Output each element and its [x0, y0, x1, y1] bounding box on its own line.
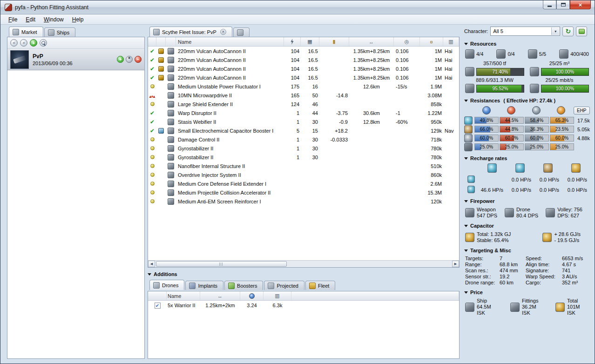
module-row[interactable]: Medium Projectile Collision Accelerator …	[148, 188, 459, 197]
drone-dps-column-header[interactable]	[264, 291, 291, 300]
delete-fitting-button[interactable]	[135, 56, 142, 63]
scroll-left-button[interactable]	[148, 261, 155, 267]
module-row[interactable]: Nanofiber Internal Structure II510k	[148, 162, 459, 170]
ammo-column-header[interactable]	[443, 37, 459, 46]
module-row[interactable]: Damage Control II130-0.0333718k	[148, 135, 459, 144]
module-state-online-icon[interactable]	[150, 164, 155, 168]
scrollbar-track[interactable]	[155, 261, 452, 267]
module-state-online-icon[interactable]	[150, 182, 155, 186]
tab-projected[interactable]: Projected	[264, 281, 304, 290]
module-state-online-icon[interactable]	[150, 137, 155, 142]
module-state-online-icon[interactable]	[150, 146, 155, 150]
drone-row[interactable]: 5x Warrior II 1.25km+2km 3.24 6.3k	[148, 301, 459, 310]
close-tab-button[interactable]	[220, 29, 226, 35]
tab-open-fit[interactable]: Scythe Fleet Issue: PvP	[149, 27, 232, 37]
module-state-active-icon[interactable]	[150, 66, 155, 72]
capacitor-column-header[interactable]	[319, 37, 349, 46]
module-state-online-icon[interactable]	[150, 199, 155, 203]
module-row[interactable]: Overdrive Injector System II860k	[148, 170, 459, 179]
drone-active-column-header[interactable]	[148, 291, 167, 300]
menu-edit[interactable]: Edit	[21, 15, 40, 24]
cpu-column-header[interactable]	[301, 37, 319, 46]
charge-icon-column-header[interactable]	[156, 37, 166, 46]
export-fit-button[interactable]	[576, 27, 587, 36]
module-state-online-icon[interactable]	[150, 173, 155, 177]
powergrid-column-header[interactable]	[284, 37, 301, 46]
nav-forward-button[interactable]	[20, 39, 27, 47]
module-state-online-icon[interactable]	[150, 102, 155, 106]
scroll-right-button[interactable]	[452, 261, 459, 267]
module-state-active-icon[interactable]	[150, 74, 155, 81]
minimize-button[interactable]	[543, 0, 556, 9]
module-row[interactable]: Large Shield Extender II12446858k	[148, 100, 459, 108]
name-column-header[interactable]: Name	[176, 37, 284, 46]
menu-file[interactable]: File	[4, 15, 21, 24]
tab-drones[interactable]: Drones	[149, 280, 184, 290]
misc-column-header[interactable]	[394, 37, 420, 46]
firepower-section-header[interactable]: Firepower	[464, 197, 590, 205]
close-button[interactable]	[570, 0, 591, 9]
module-state-online-icon[interactable]	[150, 155, 155, 159]
module-state-active-icon[interactable]	[150, 110, 155, 116]
module-row[interactable]: 220mm Vulcan AutoCannon II10416.51.35km+…	[148, 47, 459, 55]
chevron-down-icon[interactable]	[551, 27, 559, 35]
module-row[interactable]: 220mm Vulcan AutoCannon II10416.51.35km+…	[148, 73, 459, 82]
drone-range-column-header[interactable]	[200, 291, 240, 300]
search-button[interactable]	[40, 39, 47, 47]
tab-fleet[interactable]: Fleet	[305, 281, 335, 290]
module-state-online-icon[interactable]	[150, 190, 155, 195]
ehp-toggle-button[interactable]: EHP	[574, 107, 590, 115]
module-state-active-icon[interactable]	[150, 48, 155, 54]
refresh-character-button[interactable]	[562, 27, 574, 36]
module-row[interactable]: Gyrostabilizer II130780k	[148, 144, 459, 153]
drone-active-checkbox[interactable]	[155, 303, 161, 309]
fitting-item[interactable]: PvP 2013/06/09 00:36	[7, 49, 144, 70]
module-row[interactable]: Stasis Webifier II130-0.912.8km-60%950k	[148, 117, 459, 126]
additions-header[interactable]: Additions	[148, 270, 460, 278]
module-icon-column-header[interactable]	[166, 37, 176, 46]
drone-tracking-column-header[interactable]	[240, 291, 264, 300]
tab-ships[interactable]: Ships	[44, 27, 76, 37]
maximize-button[interactable]	[556, 0, 570, 9]
tab-market[interactable]: Market	[9, 27, 43, 37]
module-row[interactable]: Medium Anti-EM Screen Reinforcer I120k	[148, 197, 459, 206]
recharge-section-header[interactable]: Recharge rates	[464, 155, 590, 162]
module-row[interactable]: 220mm Vulcan AutoCannon II10416.51.35km+…	[148, 55, 459, 64]
copy-fitting-button[interactable]	[117, 56, 124, 63]
module-row[interactable]: Small Electrochemical Capacitor Booster …	[148, 126, 459, 135]
module-row[interactable]: Warp Disruptor II144-3.7530.6km-11.22M	[148, 108, 459, 117]
nav-back-button[interactable]	[10, 39, 18, 47]
module-row[interactable]: Gyrostabilizer II130780k	[148, 153, 459, 162]
horizontal-scrollbar[interactable]	[148, 260, 459, 267]
drone-table-header[interactable]: Name	[148, 291, 459, 301]
range-column-header[interactable]	[349, 37, 394, 46]
module-state-active-icon[interactable]	[150, 57, 155, 63]
module-state-overheated-icon[interactable]	[150, 93, 154, 98]
module-row[interactable]: Medium Unstable Power Fluctuator I175161…	[148, 82, 459, 91]
tab-boosters[interactable]: Boosters	[224, 281, 263, 290]
drone-name-column-header[interactable]: Name	[167, 291, 200, 300]
targeting-section-header[interactable]: Targeting & Misc	[464, 247, 590, 254]
price-column-header[interactable]	[420, 37, 443, 46]
module-state-online-icon[interactable]	[150, 84, 155, 88]
new-fitting-button[interactable]	[30, 39, 37, 47]
price-section-header[interactable]: Price	[464, 289, 590, 296]
scrollbar-thumb[interactable]	[156, 261, 287, 267]
module-state-active-icon[interactable]	[150, 128, 155, 134]
module-state-active-icon[interactable]	[150, 119, 155, 125]
state-column-header[interactable]	[148, 37, 156, 46]
module-row[interactable]: Medium Core Defense Field Extender I2.6M	[148, 179, 459, 188]
menu-window[interactable]: Window	[40, 15, 68, 24]
tab-implants[interactable]: Implants	[185, 281, 223, 290]
capacitor-section-header[interactable]: Capacitor	[464, 222, 590, 229]
new-tab-button[interactable]	[233, 27, 250, 37]
character-dropdown[interactable]: All 5	[490, 27, 560, 36]
menu-help[interactable]: Help	[68, 15, 88, 24]
resistances-section-header[interactable]: Resistances ( Effective HP: 27.4k )	[464, 97, 590, 104]
resources-section-header[interactable]: Resources	[464, 40, 590, 47]
module-row[interactable]: 10MN Microwarpdrive II16550-14.83.08M	[148, 91, 459, 100]
titlebar[interactable]: pyfa - Python Fitting Assistant	[0, 0, 595, 14]
module-row[interactable]: 220mm Vulcan AutoCannon II10416.51.35km+…	[148, 64, 459, 73]
rename-fitting-button[interactable]	[126, 56, 133, 63]
module-table-header[interactable]: Name	[148, 37, 459, 47]
